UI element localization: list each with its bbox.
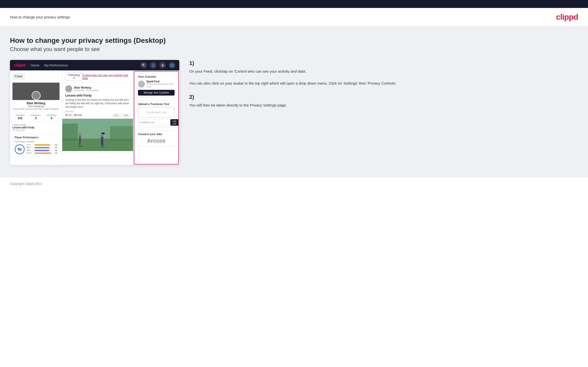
stat-activities-value: 131 (16, 116, 25, 120)
stat-following: Following 4 (47, 114, 56, 120)
mockup-feed: Following ▾ Control who can see your act… (62, 70, 133, 165)
latest-activity-date: 03 Aug 2022 (12, 129, 60, 131)
nav-icons: 🔍 👤 ⊕ 🌐 (140, 62, 175, 68)
svg-rect-3 (110, 126, 133, 141)
tag-app: APP (122, 114, 130, 117)
tpq-row: 92 OTT 90 APP (15, 144, 57, 155)
logo-text: clippd (556, 12, 578, 21)
mockup-sidebar: Feed Blair McHarg Plus Handicap Royal No… (10, 70, 62, 165)
page-title: How to change your privacy settings (Des… (10, 37, 578, 45)
bar-putt-val: 96 (53, 152, 57, 154)
instruction-2: 2) You will then be taken directly to th… (189, 94, 578, 108)
tpq-bars: OTT 90 APP (27, 144, 57, 155)
activity-image (62, 119, 133, 151)
bar-putt-label: PUTT (27, 152, 34, 154)
instruction-1-text: On your Feed, click/tap on 'Control who … (189, 68, 578, 86)
mockup-logo: clippd (14, 63, 26, 67)
activity-duration: 01 hr : 30 min (65, 113, 82, 116)
stat-followers-label: Followers (31, 114, 41, 116)
coach-club: 📍 Royal North Devon Golf Club (146, 83, 175, 88)
connect-section: Connect your data Arccos (136, 130, 177, 146)
search-icon[interactable]: 🔍 (140, 62, 147, 68)
trackman-input-row: Add Link (138, 119, 175, 126)
trackman-placeholder-text: Trackman Link (141, 110, 171, 114)
instruction-1: 1) On your Feed, click/tap on 'Control w… (189, 60, 578, 86)
bar-app-val: 85 (53, 147, 57, 149)
stat-followers: Followers 3 (31, 114, 41, 120)
nav-item-home[interactable]: Home (31, 63, 39, 67)
svg-point-4 (78, 145, 83, 147)
bar-arg-track (35, 150, 52, 151)
bar-app-label: APP (27, 147, 34, 149)
instruction-2-number: 2) (189, 94, 578, 100)
location-pin-icon: 📍 (146, 83, 149, 85)
player-perf-title: Player Performance (15, 136, 57, 139)
tag-ott: OTT (113, 114, 121, 117)
trackman-link-input[interactable] (138, 119, 169, 126)
svg-rect-8 (101, 137, 103, 146)
trackman-add-button[interactable]: Add Link (170, 119, 179, 126)
top-bar (0, 0, 588, 8)
coaches-section: Your Coaches David Ford 📍 Royal North De… (136, 73, 177, 98)
manage-coaches-button[interactable]: Manage Your Coaches (138, 90, 175, 96)
main-content: How to change your privacy settings (Des… (0, 27, 588, 177)
svg-rect-10 (101, 132, 105, 134)
coach-club-text: Royal North Devon Golf Club (146, 83, 173, 88)
settings-icon[interactable]: ⊕ (159, 62, 166, 68)
profile-club: Royal North Devon Golf Club, United King… (12, 108, 60, 110)
avatar-icon[interactable]: 🌐 (169, 62, 175, 68)
activity-tags: OTT APP (113, 114, 130, 117)
activity-avatar (65, 85, 72, 92)
activity-user-name: Blair McHarg (74, 86, 98, 89)
profile-stats: Activities 131 Followers 3 Following 4 (12, 112, 60, 122)
bar-arg-label: ARG (27, 149, 34, 152)
coach-info: David Ford 📍 Royal North Devon Golf Club (146, 80, 175, 88)
instruction-1-number: 1) (189, 60, 578, 66)
arccos-label: Arccos (138, 138, 175, 144)
svg-point-6 (78, 133, 82, 136)
bar-ott-fill (35, 144, 50, 146)
stat-activities: Activities 131 (16, 114, 25, 120)
nav-item-performance[interactable]: My Performance (44, 63, 68, 67)
instructions-panel: 1) On your Feed, click/tap on 'Control w… (189, 60, 578, 116)
bar-putt: PUTT 96 (27, 152, 57, 154)
mockup-body: Feed Blair McHarg Plus Handicap Royal No… (10, 70, 179, 165)
trackman-placeholder: Trackman Link (138, 107, 175, 118)
trackman-section: Upload a Trackman Test Trackman Link Add… (136, 100, 177, 128)
profile-card: Blair McHarg Plus Handicap Royal North D… (12, 83, 60, 131)
golf-scene-svg (62, 119, 133, 151)
bar-putt-track (35, 153, 52, 154)
svg-rect-2 (62, 124, 78, 141)
activity-title: Lesson with Fordy (65, 94, 130, 97)
latest-activity-title: Lesson with Fordy (12, 126, 60, 129)
header: How to change your privacy settings clip… (0, 8, 588, 27)
coach-name: David Ford (146, 80, 175, 83)
profile-name: Blair McHarg (12, 102, 60, 105)
tpq-circle: 92 (15, 144, 25, 154)
bar-arg-fill (35, 150, 49, 151)
bar-ott: OTT 90 (27, 144, 57, 146)
privacy-link[interactable]: Control who can see your activity and da… (82, 74, 130, 80)
player-performance-card: Player Performance Total Player Quality … (12, 134, 60, 157)
connect-title: Connect your data (138, 133, 175, 136)
clippd-logo: clippd (556, 12, 578, 22)
duration-label: Duration (65, 110, 130, 113)
footer: Copyright Clippd 2022 (0, 177, 588, 190)
bar-app-track (35, 147, 52, 148)
copyright-text: Copyright Clippd 2022 (10, 182, 42, 186)
feed-header: Following ▾ Control who can see your act… (62, 70, 133, 83)
mockup-right-panel: Your Coaches David Ford 📍 Royal North De… (133, 70, 179, 165)
svg-rect-5 (79, 136, 81, 145)
person-icon[interactable]: 👤 (150, 62, 156, 68)
avatar-wrap (12, 96, 60, 100)
feed-tab[interactable]: Feed (12, 73, 25, 80)
tpq-label: Total Player Quality (15, 140, 57, 143)
duration-row: 01 hr : 30 min OTT APP (65, 113, 130, 117)
instruction-2-text: You will then be taken directly to the P… (189, 102, 578, 108)
stat-activities-label: Activities (16, 114, 25, 116)
content-row: clippd Home My Performance 🔍 👤 ⊕ 🌐 Feed (10, 60, 578, 165)
activity-card: Blair McHarg Yesterday · Sunningdale Les… (62, 83, 133, 154)
following-button[interactable]: Following ▾ (65, 72, 82, 81)
bar-app-fill (35, 147, 49, 148)
page-subtitle: Choose what you want people to see (10, 46, 578, 52)
